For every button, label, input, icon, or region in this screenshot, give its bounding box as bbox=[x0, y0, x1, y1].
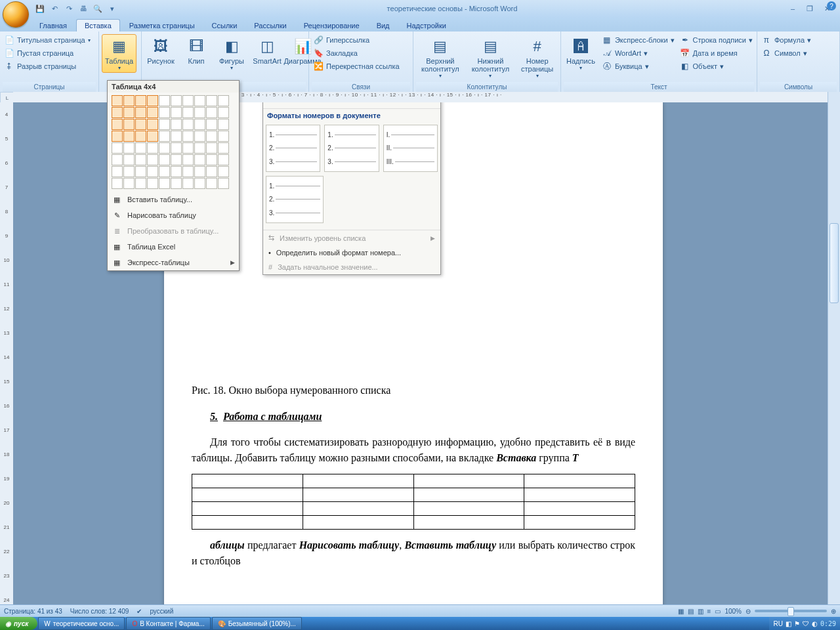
grid-cell[interactable] bbox=[159, 119, 170, 130]
gallery-cell[interactable]: 1.2.3. bbox=[324, 125, 379, 172]
grid-cell[interactable] bbox=[112, 142, 123, 154]
scrollbar-thumb[interactable] bbox=[830, 223, 839, 303]
grid-cell[interactable] bbox=[182, 154, 194, 165]
header-button[interactable]: ▤Верхний колонтитул▾ bbox=[416, 34, 465, 81]
grid-cell[interactable] bbox=[135, 95, 146, 106]
tab-layout[interactable]: Разметка страницы bbox=[121, 20, 203, 32]
grid-cell[interactable] bbox=[147, 166, 158, 177]
grid-cell[interactable] bbox=[135, 142, 146, 154]
grid-cell[interactable] bbox=[159, 107, 170, 118]
grid-cell[interactable] bbox=[171, 131, 182, 142]
help-icon[interactable]: ? bbox=[827, 1, 836, 10]
grid-cell[interactable] bbox=[194, 131, 205, 142]
grid-cell[interactable] bbox=[159, 166, 170, 177]
grid-cell[interactable] bbox=[159, 154, 170, 165]
tab-view[interactable]: Вид bbox=[369, 20, 398, 32]
grid-cell[interactable] bbox=[135, 166, 146, 177]
grid-cell[interactable] bbox=[206, 154, 217, 165]
status-lang[interactable]: русский bbox=[150, 608, 173, 615]
grid-cell[interactable] bbox=[206, 131, 217, 142]
grid-cell[interactable] bbox=[206, 178, 217, 189]
grid-cell[interactable] bbox=[123, 166, 135, 177]
grid-cell[interactable] bbox=[194, 166, 205, 177]
tab-home[interactable]: Главная bbox=[32, 20, 75, 32]
sigline-button[interactable]: ✒Строка подписи ▾ bbox=[679, 34, 754, 46]
tray-icon[interactable]: ⚑ bbox=[794, 620, 800, 627]
grid-cell[interactable] bbox=[135, 119, 146, 130]
grid-cell[interactable] bbox=[159, 178, 170, 189]
tab-mailings[interactable]: Рассылки bbox=[246, 20, 294, 32]
grid-cell[interactable] bbox=[135, 154, 146, 165]
grid-cell[interactable] bbox=[194, 95, 205, 106]
grid-cell[interactable] bbox=[194, 107, 205, 118]
grid-cell[interactable] bbox=[112, 166, 123, 177]
grid-cell[interactable] bbox=[171, 95, 182, 106]
grid-cell[interactable] bbox=[171, 154, 182, 165]
tab-insert[interactable]: Вставка bbox=[76, 19, 120, 32]
office-button[interactable] bbox=[3, 1, 29, 28]
qat-more-icon[interactable]: ▾ bbox=[106, 3, 118, 14]
grid-cell[interactable] bbox=[171, 166, 182, 177]
grid-cell[interactable] bbox=[123, 131, 135, 142]
equation-button[interactable]: πФормула ▾ bbox=[760, 34, 812, 46]
grid-cell[interactable] bbox=[218, 95, 229, 106]
pagenum-button[interactable]: #Номер страницы▾ bbox=[516, 34, 558, 81]
view-draft-icon[interactable]: ▭ bbox=[715, 608, 721, 615]
grid-cell[interactable] bbox=[147, 178, 158, 189]
zoom-label[interactable]: 100% bbox=[724, 608, 742, 615]
grid-cell[interactable] bbox=[182, 119, 194, 130]
grid-cell[interactable] bbox=[206, 119, 217, 130]
grid-cell[interactable] bbox=[135, 178, 146, 189]
tray-time[interactable]: 0:29 bbox=[820, 620, 836, 627]
tray-lang[interactable]: RU bbox=[773, 620, 782, 627]
table-button[interactable]: ▦ Таблица▾ bbox=[102, 34, 136, 73]
grid-cell[interactable] bbox=[206, 95, 217, 106]
grid-cell[interactable] bbox=[112, 95, 123, 106]
grid-cell[interactable] bbox=[206, 142, 217, 154]
preview-icon[interactable]: 🔍 bbox=[92, 3, 104, 14]
grid-cell[interactable] bbox=[218, 142, 229, 154]
quickparts-button[interactable]: ▦Экспресс-блоки ▾ bbox=[600, 34, 676, 46]
grid-cell[interactable] bbox=[147, 131, 158, 142]
tab-addins[interactable]: Надстройки bbox=[399, 20, 454, 32]
grid-cell[interactable] bbox=[159, 95, 170, 106]
grid-cell[interactable] bbox=[218, 166, 229, 177]
object-button[interactable]: ◧Объект ▾ bbox=[679, 60, 754, 72]
minimize-button[interactable]: – bbox=[786, 3, 799, 14]
wordart-button[interactable]: 𝒜WordArt ▾ bbox=[600, 47, 676, 59]
grid-cell[interactable] bbox=[112, 131, 123, 142]
grid-cell[interactable] bbox=[206, 107, 217, 118]
grid-cell[interactable] bbox=[182, 178, 194, 189]
status-words[interactable]: Число слов: 12 409 bbox=[70, 608, 129, 615]
blank-page-button[interactable]: 📄Пустая страница bbox=[3, 47, 75, 59]
grid-cell[interactable] bbox=[218, 178, 229, 189]
view-web-icon[interactable]: ▥ bbox=[698, 608, 704, 615]
taskbar-item-paint[interactable]: 🎨Безымянный (100%)... bbox=[212, 617, 302, 630]
grid-cell[interactable] bbox=[112, 119, 123, 130]
textbox-button[interactable]: 🅰Надпись▾ bbox=[564, 34, 598, 73]
grid-cell[interactable] bbox=[135, 131, 146, 142]
symbol-button[interactable]: ΩСимвол ▾ bbox=[760, 47, 808, 59]
grid-cell[interactable] bbox=[171, 119, 182, 130]
grid-cell[interactable] bbox=[194, 154, 205, 165]
grid-cell[interactable] bbox=[218, 107, 229, 118]
grid-cell[interactable] bbox=[123, 95, 135, 106]
grid-cell[interactable] bbox=[112, 154, 123, 165]
zoom-in-button[interactable]: ⊕ bbox=[831, 608, 836, 615]
tray-icon[interactable]: ◧ bbox=[786, 620, 791, 627]
grid-cell[interactable] bbox=[182, 142, 194, 154]
gallery-cell[interactable]: I.II.III. bbox=[383, 125, 438, 172]
status-page[interactable]: Страница: 41 из 43 bbox=[4, 608, 62, 615]
bookmark-button[interactable]: 🔖Закладка bbox=[312, 47, 359, 59]
footer-button[interactable]: ▤Нижний колонтитул▾ bbox=[467, 34, 514, 81]
table-grid-picker[interactable] bbox=[108, 93, 239, 192]
grid-cell[interactable] bbox=[147, 95, 158, 106]
gallery-cell[interactable]: 1.2.3. bbox=[266, 125, 320, 172]
clipart-button[interactable]: 🎞Клип bbox=[180, 34, 213, 67]
grid-cell[interactable] bbox=[147, 142, 158, 154]
grid-cell[interactable] bbox=[159, 131, 170, 142]
grid-cell[interactable] bbox=[112, 178, 123, 189]
taskbar-item-opera[interactable]: OВ Контакте | Фарма... bbox=[126, 617, 210, 630]
datetime-button[interactable]: 📅Дата и время bbox=[679, 47, 754, 59]
grid-cell[interactable] bbox=[194, 178, 205, 189]
